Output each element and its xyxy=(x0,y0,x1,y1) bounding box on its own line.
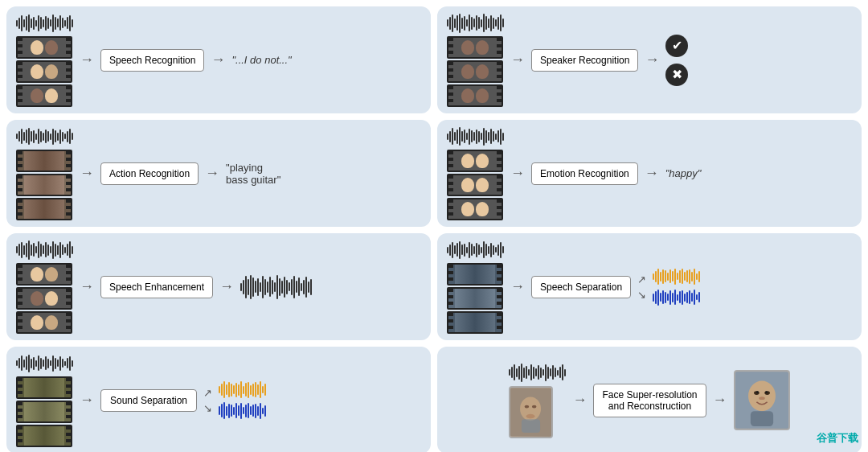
separation-outputs xyxy=(653,269,700,306)
svg-point-4 xyxy=(526,413,535,418)
film-frame xyxy=(16,84,72,107)
input-group-5 xyxy=(16,240,73,334)
filmstrip-7 xyxy=(16,376,72,447)
face-icon xyxy=(45,315,58,330)
speech-recognition-box: Speech Recognition xyxy=(100,49,204,72)
input-waveform-3 xyxy=(16,126,73,146)
card-action-recognition: → Action Recognition → "playingbass guit… xyxy=(6,120,431,227)
arrow-icon: → xyxy=(80,278,94,295)
film-frame xyxy=(16,311,72,334)
input-group-8 xyxy=(509,363,566,438)
action-recognition-box: Action Recognition xyxy=(100,162,199,185)
film-frame xyxy=(16,425,72,447)
card-emotion-recognition: → Emotion Recognition → "happy" xyxy=(437,120,862,227)
sound-separation-box: Sound Separation xyxy=(100,389,197,412)
face-icon xyxy=(45,64,58,79)
arrow-icon: → xyxy=(510,278,525,295)
input-waveform-5 xyxy=(16,240,73,260)
output-face-image xyxy=(734,370,790,430)
arrow-icon: → xyxy=(645,165,659,182)
fork-arrows-2: ↗ ↘ xyxy=(203,387,212,414)
face-icon xyxy=(476,178,489,192)
output-waveform-orange xyxy=(653,269,700,285)
input-waveform-4 xyxy=(447,126,504,146)
output-waveform-enhancement xyxy=(240,273,312,301)
arrow-icon: → xyxy=(80,392,94,409)
input-waveform-7 xyxy=(16,353,73,373)
film-frame xyxy=(447,198,503,220)
input-group-4 xyxy=(447,126,504,220)
svg-point-2 xyxy=(525,405,530,408)
arrow-icon: → xyxy=(713,392,727,409)
svg-point-7 xyxy=(748,380,776,411)
recognition-label: Face Super-resolution and Reconstruction xyxy=(602,389,697,412)
arrow-icon: → xyxy=(645,51,659,68)
cross-icon: ✖ xyxy=(665,64,688,86)
face-icon xyxy=(461,202,474,216)
arrow-icon: → xyxy=(510,165,525,182)
recognition-label: Speaker Recognition xyxy=(540,55,629,66)
speaker-recognition-box: Speaker Recognition xyxy=(531,49,638,72)
recognition-label: Emotion Recognition xyxy=(540,168,629,179)
face-icon xyxy=(45,267,58,281)
face-icon xyxy=(461,64,474,79)
face-icon xyxy=(476,202,489,216)
face-icon xyxy=(31,267,43,281)
film-frame xyxy=(16,287,72,310)
input-group-2 xyxy=(447,13,504,107)
face-icon xyxy=(476,88,489,103)
superres-box: Face Super-resolution and Reconstruction xyxy=(593,384,706,417)
arrow-icon: → xyxy=(211,51,225,68)
fork-arrows: ↗ ↘ xyxy=(637,273,646,301)
input-group-3 xyxy=(16,126,73,220)
filmstrip-5 xyxy=(16,263,72,334)
speech-separation-box: Speech Separation xyxy=(531,276,631,298)
recognition-label: Action Recognition xyxy=(109,168,190,179)
film-frame xyxy=(447,174,503,196)
output-text-emotion: "happy" xyxy=(665,167,702,179)
face-icon xyxy=(45,40,58,55)
face-icon xyxy=(461,40,474,55)
output-waveform-orange-2 xyxy=(219,382,266,398)
face-icon xyxy=(476,154,489,168)
input-group-1 xyxy=(16,13,73,107)
face-icon xyxy=(476,40,489,55)
arrow-icon: → xyxy=(205,165,219,182)
card-speaker-recognition: → Speaker Recognition → ✔ ✖ xyxy=(437,6,862,113)
filmstrip-4 xyxy=(447,150,503,220)
film-frame xyxy=(16,150,72,172)
film-frame xyxy=(16,401,72,423)
film-frame xyxy=(16,263,72,286)
checkmark-icon: ✔ xyxy=(665,35,688,57)
arrow-icon: → xyxy=(219,278,234,295)
svg-rect-10 xyxy=(750,411,772,426)
output-waveform-blue xyxy=(653,290,700,306)
emotion-recognition-box: Emotion Recognition xyxy=(531,162,638,185)
svg-point-11 xyxy=(755,391,758,393)
card-face-superresolution: → Face Super-resolution and Reconstructi… xyxy=(437,347,862,452)
svg-point-13 xyxy=(759,397,765,400)
recognition-label: Sound Separation xyxy=(110,395,187,406)
recognition-label: Speech Recognition xyxy=(109,55,195,66)
card-sound-separation: → Sound Separation ↗ ↘ xyxy=(6,347,431,452)
film-frame xyxy=(16,198,72,220)
face-icon xyxy=(31,40,43,55)
arrow-icon: → xyxy=(80,165,94,182)
card-speech-enhancement: → Speech Enhancement → xyxy=(6,233,431,340)
film-frame xyxy=(447,150,503,172)
speech-enhancement-box: Speech Enhancement xyxy=(100,276,213,298)
face-icon xyxy=(31,291,43,306)
film-frame xyxy=(16,174,72,196)
filmstrip-6 xyxy=(447,263,503,334)
output-waveform-blue-2 xyxy=(219,403,266,419)
output-text-action: "playingbass guitar" xyxy=(226,162,280,186)
filmstrip-2 xyxy=(447,36,503,107)
face-icon xyxy=(461,154,474,168)
input-waveform-8 xyxy=(509,363,566,383)
watermark: 谷普下载 xyxy=(817,431,858,446)
film-frame xyxy=(447,287,503,310)
svg-point-12 xyxy=(765,391,768,393)
input-group-6 xyxy=(447,240,504,334)
face-icon xyxy=(476,64,489,79)
input-waveform-6 xyxy=(447,240,504,260)
